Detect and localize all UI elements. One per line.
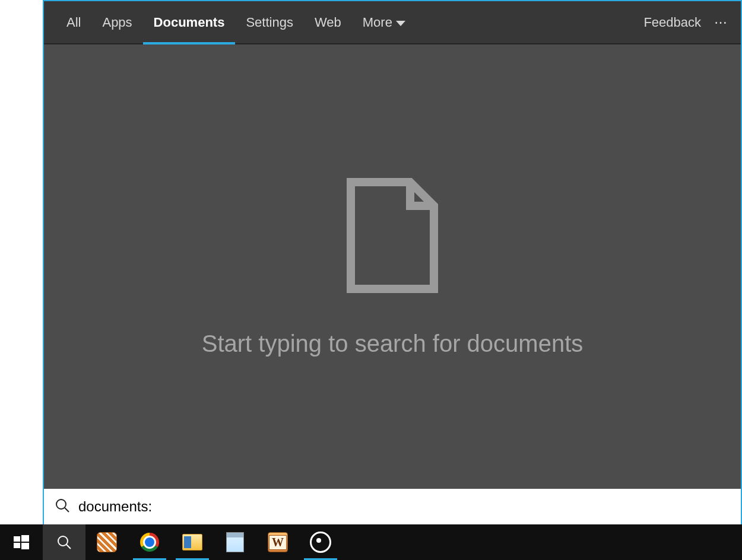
folder-icon	[182, 532, 203, 553]
start-button[interactable]	[0, 524, 43, 560]
chevron-down-icon	[396, 15, 405, 30]
search-icon	[56, 534, 72, 550]
results-area: Start typing to search for documents	[44, 44, 741, 489]
svg-rect-6	[14, 543, 20, 548]
tab-settings[interactable]: Settings	[235, 1, 304, 44]
header-right: Feedback ⋯	[643, 15, 741, 30]
options-button[interactable]: ⋯	[714, 15, 729, 30]
tab-apps[interactable]: Apps	[91, 1, 142, 44]
groove-icon	[310, 532, 331, 553]
taskbar-app-groove[interactable]	[299, 524, 342, 560]
svg-marker-1	[351, 182, 434, 289]
tab-all[interactable]: All	[56, 1, 91, 44]
svg-point-2	[56, 499, 66, 509]
taskbar-search-button[interactable]	[43, 524, 85, 560]
svg-line-3	[65, 508, 69, 512]
svg-line-9	[66, 545, 71, 549]
svg-marker-0	[396, 21, 405, 26]
desktop-sliver	[0, 0, 43, 524]
search-panel: All Apps Documents Settings Web More Fee…	[43, 0, 742, 524]
search-bar	[44, 489, 741, 524]
chrome-icon	[139, 532, 160, 553]
taskbar-app-chrome[interactable]	[128, 524, 171, 560]
empty-state-hint: Start typing to search for documents	[202, 330, 584, 357]
search-icon	[55, 498, 70, 516]
taskbar-app-notepad[interactable]	[214, 524, 256, 560]
taskbar-app-file-explorer[interactable]	[171, 524, 214, 560]
tab-more[interactable]: More	[352, 1, 416, 44]
taskbar: W	[0, 524, 742, 560]
scope-tabs: All Apps Documents Settings Web More Fee…	[44, 1, 741, 44]
search-input[interactable]	[78, 489, 730, 524]
tab-more-label: More	[363, 15, 392, 30]
svg-point-8	[58, 536, 68, 546]
taskbar-app-word-processor[interactable]: W	[256, 524, 299, 560]
taskbar-app-hatch[interactable]	[85, 524, 128, 560]
svg-rect-4	[14, 536, 20, 542]
notepad-icon	[224, 532, 246, 553]
svg-rect-7	[21, 543, 29, 549]
hatch-icon	[97, 532, 117, 552]
windows-logo-icon	[14, 534, 29, 550]
tab-web[interactable]: Web	[304, 1, 352, 44]
tab-documents[interactable]: Documents	[143, 1, 236, 44]
feedback-link[interactable]: Feedback	[643, 15, 701, 30]
document-icon	[345, 176, 440, 295]
word-icon: W	[267, 532, 288, 553]
svg-rect-5	[21, 535, 29, 542]
